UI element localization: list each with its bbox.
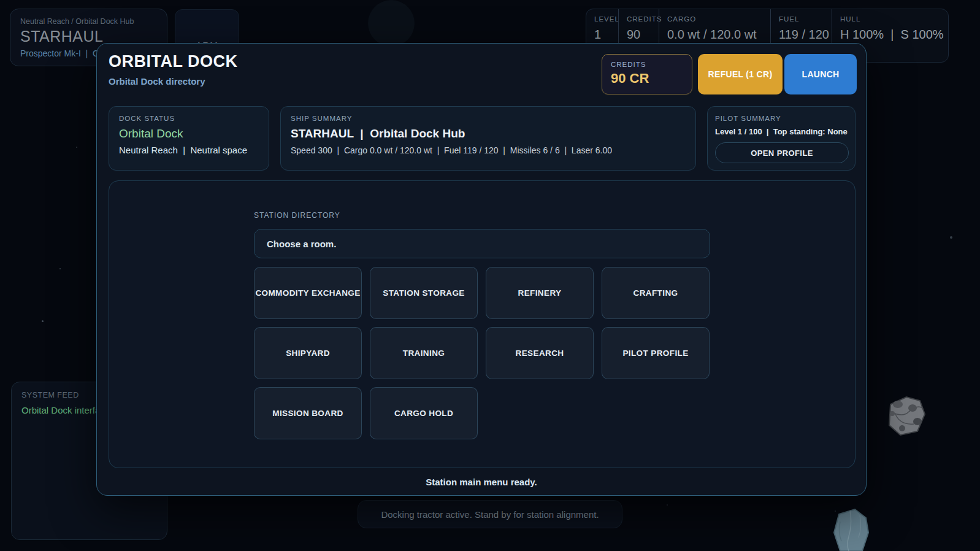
dock-status-name: Orbital Dock bbox=[119, 127, 259, 141]
hud-stat-value: 0.0 wt / 120.0 wt bbox=[667, 28, 762, 42]
room-button-training[interactable]: TRAINING bbox=[370, 327, 478, 379]
star-dot bbox=[76, 147, 77, 148]
game-screen: Neutral Reach / Orbital Dock Hub STARHAU… bbox=[0, 0, 980, 551]
star-dot bbox=[59, 268, 61, 269]
dock-status-panel: DOCK STATUS Orbital Dock Neutral Reach |… bbox=[109, 106, 269, 171]
pilot-summary-line: Level 1 / 100 | Top standing: None bbox=[715, 127, 848, 136]
star-dot bbox=[950, 236, 952, 239]
docking-toast: Docking tractor active. Stand by for sta… bbox=[358, 500, 622, 528]
asteroid-gray-graphic bbox=[882, 393, 928, 441]
credits-display: CREDITS 90 CR bbox=[602, 54, 692, 94]
pilot-summary-panel: PILOT SUMMARY Level 1 / 100 | Top standi… bbox=[707, 106, 856, 171]
modal-status-text: Station main menu ready. bbox=[97, 477, 866, 487]
credits-label: CREDITS bbox=[611, 61, 683, 68]
room-button-crafting[interactable]: CRAFTING bbox=[602, 267, 710, 319]
room-button-pilot-profile[interactable]: PILOT PROFILE bbox=[602, 327, 710, 379]
launch-button[interactable]: LAUNCH bbox=[784, 54, 857, 94]
room-prompt-text: Choose a room. bbox=[267, 239, 336, 249]
ship-summary-panel: SHIP SUMMARY STARHAUL | Orbital Dock Hub… bbox=[280, 106, 696, 171]
room-grid: COMMODITY EXCHANGE STATION STORAGE REFIN… bbox=[254, 267, 710, 439]
pilot-summary-label: PILOT SUMMARY bbox=[715, 115, 848, 122]
ship-summary-stats: Speed 300 | Cargo 0.0 wt / 120.0 wt | Fu… bbox=[291, 145, 686, 155]
hud-location-text: Neutral Reach / Orbital Dock Hub bbox=[20, 17, 157, 26]
modal-title: ORBITAL DOCK bbox=[109, 52, 238, 71]
room-button-commodity-exchange[interactable]: COMMODITY EXCHANGE bbox=[254, 267, 362, 319]
ship-summary-headline: STARHAUL | Orbital Dock Hub bbox=[291, 127, 686, 141]
station-directory-label: STATION DIRECTORY bbox=[254, 211, 340, 220]
hud-stat-value: 119 / 120 bbox=[779, 28, 824, 42]
room-button-shipyard[interactable]: SHIPYARD bbox=[254, 327, 362, 379]
modal-subtitle: Orbital Dock directory bbox=[109, 76, 205, 87]
hud-stat-label: CARGO bbox=[667, 15, 762, 23]
open-profile-button[interactable]: OPEN PROFILE bbox=[715, 142, 849, 163]
orbital-dock-modal: ORBITAL DOCK Orbital Dock directory CRED… bbox=[96, 43, 867, 496]
room-button-refinery[interactable]: REFINERY bbox=[486, 267, 594, 319]
hud-stat-value: 90 bbox=[627, 28, 651, 42]
refuel-button[interactable]: REFUEL (1 CR) bbox=[698, 54, 783, 94]
ship-summary-label: SHIP SUMMARY bbox=[291, 115, 686, 122]
dock-status-label: DOCK STATUS bbox=[119, 115, 259, 122]
room-button-cargo-hold[interactable]: CARGO HOLD bbox=[370, 387, 478, 439]
credits-value: 90 CR bbox=[611, 71, 683, 87]
docking-toast-text: Docking tractor active. Stand by for sta… bbox=[381, 509, 599, 520]
star-dot bbox=[42, 320, 44, 322]
hud-stat-label: LEVEL bbox=[594, 15, 610, 23]
station-directory-panel: STATION DIRECTORY Choose a room. COMMODI… bbox=[109, 180, 856, 468]
hud-stat-label: HULL bbox=[840, 15, 944, 23]
room-prompt: Choose a room. bbox=[254, 229, 710, 258]
room-button-station-storage[interactable]: STATION STORAGE bbox=[370, 267, 478, 319]
hud-stat-label: CREDITS bbox=[627, 15, 651, 23]
dock-status-region: Neutral Reach | Neutral space bbox=[119, 145, 259, 155]
room-button-mission-board[interactable]: MISSION BOARD bbox=[254, 387, 362, 439]
hud-stat-label: FUEL bbox=[779, 15, 824, 23]
hud-stat-value: 1 bbox=[594, 28, 610, 42]
star-dot bbox=[667, 504, 668, 506]
hud-stat-value: H 100% | S 100% bbox=[840, 28, 944, 42]
room-button-research[interactable]: RESEARCH bbox=[486, 327, 594, 379]
asteroid-teal-graphic bbox=[828, 506, 879, 551]
planet-silhouette bbox=[368, 0, 415, 47]
